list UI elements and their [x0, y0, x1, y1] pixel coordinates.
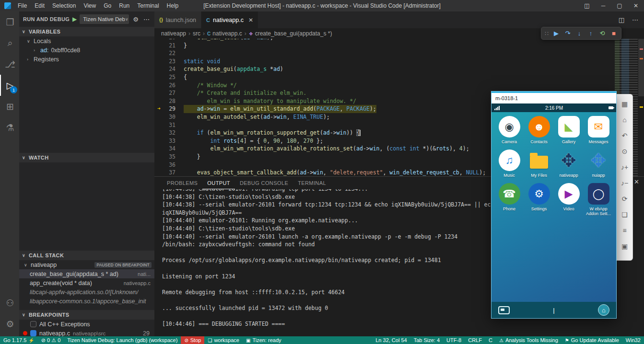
line-number[interactable]: 34	[154, 145, 184, 153]
menu-file[interactable]: File	[14, 0, 31, 11]
variable-ad[interactable]: ›ad:0xbff0cde8	[19, 46, 154, 55]
tab-nativeapp.c[interactable]: Cnativeapp.c✕	[201, 11, 258, 28]
tab-launch.json[interactable]: {}launch.json	[154, 11, 201, 28]
line-number[interactable]: 29➜	[154, 105, 184, 113]
stop-status-button[interactable]: ⊘Stop	[181, 336, 204, 344]
line-number[interactable]: 24	[154, 65, 184, 73]
step-over-button[interactable]: ↷	[562, 28, 573, 39]
stop-button[interactable]: ■	[609, 28, 619, 39]
emulator-title-bar[interactable]: m-0318-1	[492, 92, 616, 103]
breakpoints-section-header[interactable]: ∨ BREAKPOINTS	[19, 310, 154, 320]
more-actions-icon[interactable]: ⋯	[632, 16, 638, 23]
app-camera[interactable]: ◉Camera	[494, 116, 524, 144]
variables-registers[interactable]: ›Registers	[19, 55, 154, 64]
volume-up-icon[interactable]: ♪+	[619, 161, 631, 172]
home-button[interactable]: ⌂	[598, 304, 609, 316]
line-number[interactable]: 35	[154, 153, 184, 161]
line-number[interactable]: 33	[154, 137, 184, 145]
panel-tab-terminal[interactable]: TERMINAL	[293, 177, 331, 189]
line-number[interactable]: 26	[154, 81, 184, 90]
menu-go[interactable]: Go	[100, 0, 115, 11]
line-number[interactable]: 31	[154, 121, 184, 129]
breakpoint-item[interactable]: nativeapp.cnativeapp\src29	[19, 329, 154, 336]
workspace-status[interactable]: ❏workspace	[204, 336, 243, 344]
stack-frame[interactable]: libcapi-appfw-application.so.0![Unknown/	[19, 287, 154, 297]
go-update-available[interactable]: ⚑Go Update Available	[562, 336, 622, 344]
code-line[interactable]: 26 /* Window */	[154, 81, 644, 90]
variables-section-header[interactable]: ∨ VARIABLES	[19, 27, 154, 36]
test-explorer-icon[interactable]: ⚗	[0, 117, 19, 138]
power-icon[interactable]: ⊙	[619, 146, 631, 157]
code-line[interactable]: 24create_base_gui(appdata_s *ad)	[154, 65, 644, 73]
source-control-icon[interactable]: ⎇	[0, 54, 19, 75]
line-number[interactable]: 36	[154, 161, 184, 169]
scrollbar-handle[interactable]	[638, 39, 644, 96]
stack-frame[interactable]: libappcore-common.so.1!appcore_base_init	[19, 297, 154, 306]
volume-down-icon[interactable]: ♪−	[619, 177, 631, 188]
line-number[interactable]: 32	[154, 129, 184, 137]
breakpoint-item[interactable]: All C++ Exceptions	[19, 320, 154, 329]
panel-tab-output[interactable]: OUTPUT	[202, 177, 235, 189]
app-music[interactable]: ♫Music	[494, 149, 524, 178]
problems-status[interactable]: ⊘ 0 ⚠ 0	[38, 336, 64, 344]
home-icon[interactable]: ⌂	[619, 114, 631, 125]
step-out-button[interactable]: ↑	[585, 28, 596, 39]
line-number[interactable]: 21	[154, 42, 184, 50]
tab-size[interactable]: Tab Size: 4	[410, 336, 443, 344]
close-icon[interactable]: ✕	[248, 17, 253, 23]
debug-gear-icon[interactable]: ⚙	[132, 16, 140, 23]
call-stack-section-header[interactable]: ∨ CALL STACK	[19, 251, 154, 260]
checkbox[interactable]	[30, 321, 36, 327]
close-icon[interactable]: ✕	[628, 0, 644, 11]
back-icon[interactable]: ↶	[619, 130, 631, 141]
menu-run[interactable]: Run	[115, 0, 133, 11]
search-icon[interactable]: ⌕	[0, 33, 19, 54]
checkbox[interactable]	[30, 330, 36, 336]
breadcrumb-item[interactable]: nativeapp	[161, 30, 186, 37]
app-w-ebapp-addon-sett-[interactable]: ◯W ebApp Addon Sett...	[584, 183, 613, 216]
continue-button[interactable]: ▶	[551, 28, 562, 39]
drag-handle-icon[interactable]: ∷	[543, 30, 550, 37]
app-nuiapp[interactable]: ✥nuiapp	[584, 149, 613, 178]
breadcrumb-item[interactable]: Cnativeapp.c	[207, 30, 242, 37]
line-number[interactable]: 25	[154, 73, 184, 81]
step-into-button[interactable]: ↓	[574, 28, 585, 39]
menu-selection[interactable]: Selection	[48, 0, 80, 11]
line-number[interactable]: 23	[154, 57, 184, 66]
shell-icon[interactable]: ❏	[619, 209, 631, 220]
eol-selector[interactable]: CRLF	[465, 336, 485, 344]
menu-help[interactable]: Help	[163, 0, 183, 11]
menu-terminal[interactable]: Terminal	[133, 0, 163, 11]
recent-apps-icon[interactable]	[498, 306, 510, 314]
encoding[interactable]: UTF-8	[443, 336, 465, 344]
code-line[interactable]: 25{	[154, 73, 644, 81]
restart-button[interactable]: ⟲	[597, 28, 608, 39]
tizen-emulator-window[interactable]: m-0318-1 2:16 PM ◉Camera☻Contacts◣Galler…	[491, 91, 617, 319]
controls-icon[interactable]: ≡	[619, 225, 631, 236]
apps-grid-icon[interactable]: ▦	[619, 98, 631, 109]
code-line[interactable]: 21}	[154, 42, 644, 50]
manage-gear-icon[interactable]: ⚙	[0, 313, 19, 334]
minimize-icon[interactable]: ─	[595, 0, 611, 11]
breadcrumb-item[interactable]: src	[193, 30, 200, 37]
panel-tab-problems[interactable]: PROBLEMS	[162, 177, 202, 189]
debug-config-select[interactable]: Tizen Native Deb ∨	[80, 14, 129, 24]
language-mode[interactable]: C	[485, 336, 496, 344]
tizen-ready-status[interactable]: ▣Tizen: ready	[243, 336, 285, 344]
layout-icon[interactable]: ◫	[579, 0, 595, 11]
app-my-files[interactable]: My Files	[524, 149, 554, 178]
platform[interactable]: Win32	[622, 336, 644, 344]
menu-edit[interactable]: Edit	[31, 0, 48, 11]
go-version[interactable]: Go 1.17.5⚡	[0, 336, 38, 344]
app-phone[interactable]: ☎Phone	[494, 183, 524, 216]
scrollbar[interactable]	[638, 39, 644, 176]
app-nativeapp[interactable]: ✥nativeapp	[554, 149, 584, 178]
debug-session-row[interactable]: ∨ nativeapp PAUSED ON BREAKPOINT	[19, 260, 154, 269]
cursor-position[interactable]: Ln 32, Col 54	[372, 336, 410, 344]
split-editor-icon[interactable]: ◫	[619, 16, 624, 23]
line-number[interactable]: 27	[154, 89, 184, 97]
extensions-icon[interactable]: ⊞	[0, 96, 19, 117]
emulator-home-screen[interactable]: ◉Camera☻Contacts◣Gallery✉Messages♫MusicM…	[492, 112, 616, 302]
start-debugging-button[interactable]: ▶	[72, 16, 77, 23]
app-video[interactable]: ▶Video	[554, 183, 584, 216]
